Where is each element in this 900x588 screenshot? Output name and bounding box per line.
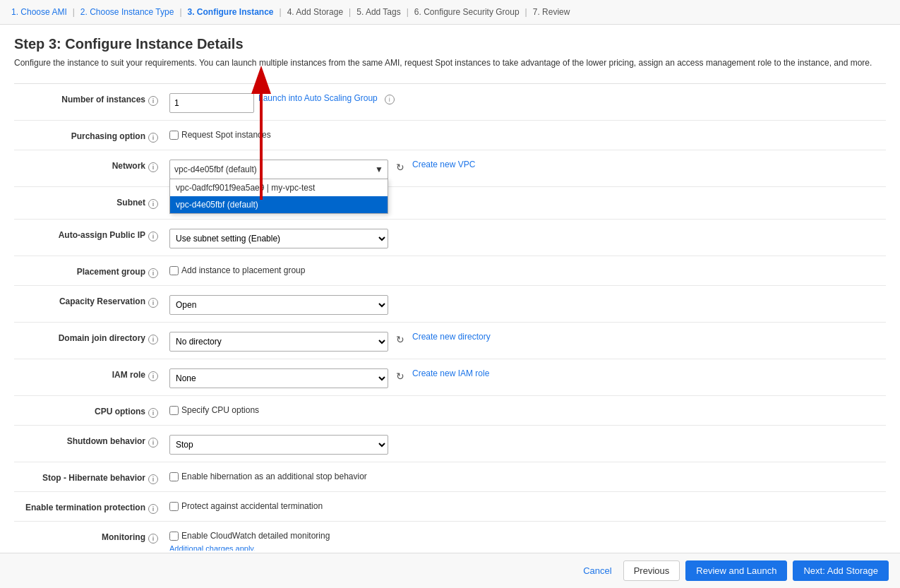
breadcrumb-step-3[interactable]: 3. Configure Instance (188, 7, 274, 17)
cpu-options-controls: Specify CPU options (169, 403, 886, 415)
monitoring-label: Monitoring i (14, 529, 169, 544)
network-row: Network i vpc-d4e05fbf (default) ▼ vpc-0… (14, 150, 886, 187)
cpu-options-label: CPU options i (14, 403, 169, 418)
breadcrumb-step-5[interactable]: 5. Add Tags (356, 7, 401, 17)
breadcrumb: 1. Choose AMI | 2. Choose Instance Type … (0, 0, 900, 25)
cpu-options-row: CPU options i Specify CPU options (14, 396, 886, 426)
auto-assign-public-ip-select[interactable]: Use subnet setting (Enable) (169, 229, 388, 248)
breadcrumb-step-6[interactable]: 6. Configure Security Group (414, 7, 520, 17)
domain-join-directory-row: Domain join directory i No directory ↻ C… (14, 323, 886, 359)
specify-cpu-options-checkbox[interactable] (169, 406, 179, 415)
placement-group-checkbox[interactable] (169, 266, 179, 275)
auto-assign-info-icon[interactable]: i (148, 232, 158, 241)
auto-assign-public-ip-row: Auto-assign Public IP i Use subnet setti… (14, 220, 886, 256)
network-option-2[interactable]: vpc-d4e05fbf (default) (170, 196, 388, 213)
number-of-instances-controls: Launch into Auto Scaling Group i (169, 91, 886, 113)
protect-accidental-termination-label: Protect against accidental termination (169, 501, 323, 511)
iam-role-label: IAM role i (14, 366, 169, 381)
network-selected-value: vpc-d4e05fbf (default) (174, 164, 257, 174)
capacity-reservation-info-icon[interactable]: i (148, 298, 158, 308)
domain-join-directory-label: Domain join directory i (14, 330, 169, 344)
sep-6: | (525, 7, 527, 17)
network-dropdown-open: vpc-0adfcf901f9ea5ae9 | my-vpc-test vpc-… (169, 179, 388, 214)
network-dropdown-arrow: ▼ (375, 164, 383, 174)
number-of-instances-label: Number of instances i (14, 91, 169, 106)
subnet-info-icon[interactable]: i (148, 199, 158, 209)
enable-hibernation-checkbox[interactable] (169, 472, 179, 481)
subnet-row: Subnet i ↻ Create new subnet (14, 187, 886, 220)
iam-role-controls: None ↻ Create new IAM role (169, 366, 886, 388)
enable-cloudwatch-label: Enable CloudWatch detailed monitoring (169, 531, 330, 541)
monitoring-charges-link[interactable]: Additional charges apply. (169, 544, 330, 551)
sep-1: | (73, 7, 75, 17)
cpu-options-info-icon[interactable]: i (148, 408, 158, 418)
enable-cloudwatch-checkbox[interactable] (169, 532, 179, 541)
monitoring-controls: Enable CloudWatch detailed monitoring Ad… (169, 529, 886, 551)
number-of-instances-info-icon[interactable]: i (148, 96, 158, 106)
iam-role-select[interactable]: None (169, 368, 388, 388)
iam-role-info-icon[interactable]: i (148, 371, 158, 381)
domain-join-directory-select[interactable]: No directory (169, 332, 388, 352)
monitoring-info-icon[interactable]: i (148, 534, 158, 544)
termination-protection-controls: Protect against accidental termination (169, 499, 886, 511)
form-section: Number of instances i Launch into Auto S… (14, 83, 886, 551)
placement-group-checkbox-label: Add instance to placement group (169, 265, 305, 275)
network-option-1[interactable]: vpc-0adfcf901f9ea5ae9 | my-vpc-test (170, 179, 388, 196)
create-new-vpc-link[interactable]: Create new VPC (412, 160, 475, 169)
network-select[interactable]: vpc-d4e05fbf (default) ▼ (169, 160, 388, 179)
capacity-reservation-row: Capacity Reservation i Open (14, 286, 886, 323)
stop-hibernate-info-icon[interactable]: i (148, 474, 158, 484)
breadcrumb-step-1[interactable]: 1. Choose AMI (11, 7, 67, 17)
sep-5: | (407, 7, 409, 17)
termination-protection-info-icon[interactable]: i (148, 504, 158, 514)
network-label: Network i (14, 157, 169, 172)
shutdown-behavior-info-icon[interactable]: i (148, 438, 158, 448)
capacity-reservation-select[interactable]: Open (169, 295, 388, 315)
iam-role-row: IAM role i None ↻ Create new IAM role (14, 359, 886, 396)
breadcrumb-step-4[interactable]: 4. Add Storage (287, 7, 343, 17)
iam-role-refresh-icon[interactable]: ↻ (392, 368, 408, 384)
main-content: Step 3: Configure Instance Details Confi… (0, 25, 900, 551)
purchasing-option-label: Purchasing option i (14, 128, 169, 143)
network-dropdown-container: vpc-d4e05fbf (default) ▼ vpc-0adfcf901f9… (169, 160, 388, 179)
auto-assign-public-ip-label: Auto-assign Public IP i (14, 227, 169, 241)
purchasing-option-controls: Request Spot instances (169, 128, 886, 140)
domain-directory-refresh-icon[interactable]: ↻ (392, 332, 408, 347)
termination-protection-row: Enable termination protection i Protect … (14, 492, 886, 522)
auto-scaling-info-icon[interactable]: i (385, 95, 395, 104)
auto-assign-public-ip-controls: Use subnet setting (Enable) (169, 227, 886, 248)
monitoring-row: Monitoring i Enable CloudWatch detailed … (14, 522, 886, 551)
shutdown-behavior-label: Shutdown behavior i (14, 433, 169, 448)
page-description: Configure the instance to suit your requ… (14, 56, 886, 69)
placement-group-label: Placement group i (14, 263, 169, 278)
number-of-instances-input[interactable] (169, 93, 254, 113)
placement-group-info-icon[interactable]: i (148, 268, 158, 278)
protect-accidental-termination-checkbox[interactable] (169, 502, 179, 511)
stop-hibernate-row: Stop - Hibernate behavior i Enable hiber… (14, 462, 886, 492)
monitoring-wrap: Enable CloudWatch detailed monitoring Ad… (169, 531, 330, 551)
breadcrumb-step-2[interactable]: 2. Choose Instance Type (80, 7, 174, 17)
breadcrumb-step-7[interactable]: 7. Review (533, 7, 570, 17)
create-new-iam-role-link[interactable]: Create new IAM role (412, 368, 489, 378)
capacity-reservation-label: Capacity Reservation i (14, 293, 169, 308)
request-spot-instances-label: Request Spot instances (169, 130, 271, 140)
request-spot-instances-checkbox[interactable] (169, 131, 179, 140)
create-new-directory-link[interactable]: Create new directory (412, 332, 491, 342)
placement-group-row: Placement group i Add instance to placem… (14, 256, 886, 286)
sep-4: | (349, 7, 351, 17)
placement-group-controls: Add instance to placement group (169, 263, 886, 275)
network-info-icon[interactable]: i (148, 162, 158, 172)
stop-hibernate-controls: Enable hibernation as an additional stop… (169, 469, 886, 481)
shutdown-behavior-row: Shutdown behavior i Stop (14, 426, 886, 462)
network-refresh-icon[interactable]: ↻ (392, 160, 408, 175)
domain-join-directory-controls: No directory ↻ Create new directory (169, 330, 886, 352)
network-controls: vpc-d4e05fbf (default) ▼ vpc-0adfcf901f9… (169, 157, 886, 179)
subnet-label: Subnet i (14, 194, 169, 209)
shutdown-behavior-select[interactable]: Stop (169, 435, 388, 455)
termination-protection-label: Enable termination protection i (14, 499, 169, 514)
enable-hibernation-label: Enable hibernation as an additional stop… (169, 472, 367, 481)
purchasing-option-info-icon[interactable]: i (148, 133, 158, 143)
specify-cpu-options-label: Specify CPU options (169, 405, 259, 415)
domain-join-directory-info-icon[interactable]: i (148, 335, 158, 344)
launch-auto-scaling-link[interactable]: Launch into Auto Scaling Group (258, 93, 378, 103)
